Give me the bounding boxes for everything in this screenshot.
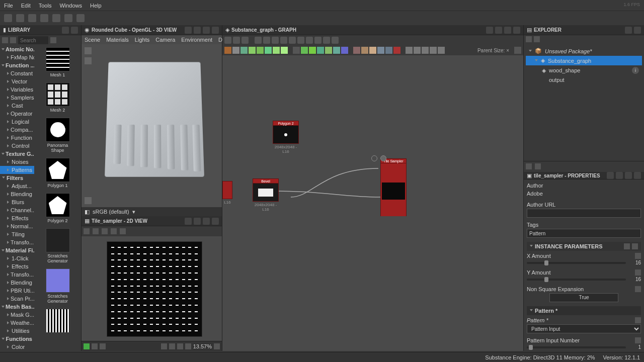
- tree-item[interactable]: Cast: [0, 102, 34, 110]
- menu-file[interactable]: File: [4, 3, 13, 9]
- tree-item[interactable]: Mesh Bas...: [0, 303, 34, 311]
- tree-item[interactable]: Transfo...: [0, 270, 34, 279]
- menu-tools[interactable]: Tools: [39, 3, 52, 9]
- maximize-icon[interactable]: [504, 27, 511, 34]
- tree-item[interactable]: Blending: [0, 279, 34, 287]
- tree-item[interactable]: PBR Uti...: [0, 287, 34, 295]
- undo-icon[interactable]: [64, 14, 72, 22]
- thumb-item[interactable]: Mesh 2: [46, 82, 70, 113]
- maximize-icon[interactable]: [203, 218, 210, 225]
- open-pkg-icon[interactable]: [534, 36, 540, 42]
- minus-icon[interactable]: [177, 343, 183, 349]
- grid-icon[interactable]: [323, 37, 330, 44]
- light-icon[interactable]: [85, 57, 92, 64]
- tree-item[interactable]: Scan Pr...: [0, 295, 34, 303]
- o3-icon[interactable]: [422, 47, 429, 54]
- lock-icon[interactable]: [214, 343, 220, 349]
- b1-icon[interactable]: [293, 47, 300, 54]
- g5-icon[interactable]: [273, 47, 280, 54]
- chevron-down-icon[interactable]: ▾: [132, 209, 135, 215]
- props-tab-icon[interactable]: [526, 163, 532, 169]
- maximize-icon[interactable]: [62, 27, 69, 34]
- view-icon[interactable]: [380, 155, 386, 161]
- tile-icon[interactable]: [92, 343, 98, 349]
- tree-item[interactable]: Texture G...: [0, 150, 34, 158]
- dock-icon[interactable]: [495, 27, 502, 34]
- library-thumbs[interactable]: Mesh 1Mesh 2Panorama ShapePolygon 1Polyg…: [34, 45, 81, 351]
- copy-icon[interactable]: [102, 228, 108, 234]
- thumb-item[interactable]: [46, 309, 70, 333]
- pen-icon[interactable]: [314, 37, 321, 44]
- tree-item[interactable]: Functions: [0, 335, 34, 343]
- reset-icon[interactable]: [635, 253, 641, 259]
- info-tab-icon[interactable]: [535, 163, 541, 169]
- select-icon[interactable]: [289, 37, 296, 44]
- pattern-dropdown[interactable]: Pattern Input: [527, 324, 641, 333]
- close-icon[interactable]: [212, 27, 219, 34]
- info-icon[interactable]: i: [632, 67, 639, 74]
- b3-icon[interactable]: [309, 47, 316, 54]
- thumb-item[interactable]: Polygon 1: [46, 158, 70, 188]
- o4-icon[interactable]: [430, 47, 437, 54]
- o5-icon[interactable]: [438, 47, 445, 54]
- child-item[interactable]: ◈wood_shapei: [526, 65, 642, 75]
- ruler-icon[interactable]: [100, 343, 106, 349]
- thumb-item[interactable]: Panorama Shape: [46, 118, 70, 153]
- output-item[interactable]: output: [526, 75, 642, 84]
- library-tree[interactable]: Atomic No...FxMap No...Function ...Const…: [0, 45, 34, 351]
- thumb-item[interactable]: Polygon 2: [46, 193, 70, 223]
- pin-icon[interactable]: [607, 172, 614, 179]
- tree-item[interactable]: Constant: [0, 69, 34, 77]
- yamount-slider[interactable]: [527, 279, 626, 281]
- tree-item[interactable]: Filters: [0, 174, 34, 182]
- menu-help[interactable]: Help: [90, 3, 102, 9]
- close-icon[interactable]: [634, 172, 641, 179]
- b6-icon[interactable]: [333, 47, 340, 54]
- tree-item[interactable]: Vector: [0, 77, 34, 85]
- tree-item[interactable]: Effects: [0, 262, 34, 270]
- tree-item[interactable]: Normal...: [0, 222, 34, 230]
- histogram-icon[interactable]: [120, 228, 126, 234]
- xamount-value[interactable]: 16: [629, 260, 641, 265]
- package-item[interactable]: 📦Unsaved Package*: [526, 46, 642, 56]
- t6-icon[interactable]: [393, 47, 400, 54]
- b4-icon[interactable]: [317, 47, 324, 54]
- thumb-item[interactable]: Scratches Generator: [46, 268, 70, 304]
- t3-icon[interactable]: [369, 47, 376, 54]
- highlight-icon[interactable]: [263, 37, 270, 44]
- node-polygon2[interactable]: Polygon 2 2048x2048 - L16: [273, 121, 299, 154]
- camera-icon[interactable]: [85, 47, 92, 54]
- g1-icon[interactable]: [240, 47, 248, 54]
- tree-item[interactable]: Samplers: [0, 94, 34, 102]
- authorurl-field[interactable]: [527, 209, 641, 218]
- o1-icon[interactable]: [406, 47, 413, 54]
- dock-icon[interactable]: [616, 172, 623, 179]
- tree-item[interactable]: Patterns: [0, 166, 34, 174]
- nonsquare-toggle[interactable]: True: [549, 293, 618, 302]
- reset-icon[interactable]: [635, 317, 641, 323]
- b5-icon[interactable]: [325, 47, 332, 54]
- tree-item[interactable]: Channel...: [0, 206, 34, 214]
- tree-item[interactable]: Utilities: [0, 327, 34, 335]
- info-icon[interactable]: [111, 228, 117, 234]
- view2d-canvas[interactable]: [82, 236, 222, 341]
- thumb-item[interactable]: Scratches Generator: [46, 228, 70, 263]
- pin-icon[interactable]: [371, 155, 377, 161]
- dock-icon[interactable]: [194, 27, 201, 34]
- plus-icon[interactable]: [185, 343, 191, 349]
- tree-item[interactable]: Function ...: [0, 61, 34, 69]
- xamount-slider[interactable]: [527, 262, 626, 264]
- tree-item[interactable]: Blending: [0, 190, 34, 198]
- reset-icon[interactable]: [635, 269, 641, 276]
- tree-item[interactable]: Noises: [0, 158, 34, 166]
- node-input[interactable]: L16: [222, 181, 232, 205]
- g4-icon[interactable]: [265, 47, 272, 54]
- graph-canvas-lower[interactable]: [222, 216, 523, 351]
- redo-icon[interactable]: [76, 14, 85, 22]
- g2-icon[interactable]: [249, 47, 256, 54]
- menu-windows[interactable]: Windows: [59, 3, 82, 9]
- menu-scene[interactable]: Scene: [85, 37, 100, 43]
- graph-item[interactable]: ◈Substance_graph: [526, 56, 642, 65]
- link-icon[interactable]: [233, 37, 240, 44]
- copy-icon[interactable]: [52, 14, 60, 22]
